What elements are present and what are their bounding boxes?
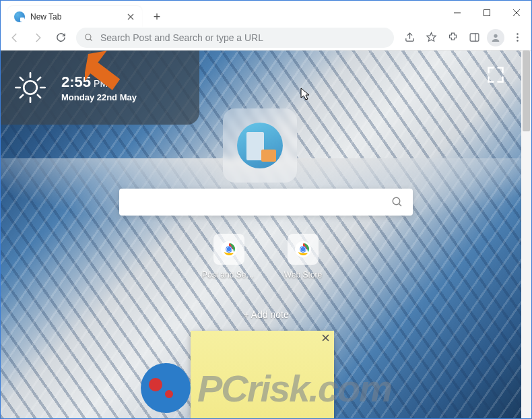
- address-bar[interactable]: Search Post and Search or type a URL: [76, 28, 394, 48]
- weather-text: 2:55PM Monday 22nd May: [61, 73, 137, 102]
- vertical-scrollbar[interactable]: [521, 51, 531, 418]
- page-search-input[interactable]: [129, 197, 391, 207]
- page-search-bar[interactable]: [119, 189, 413, 216]
- svg-point-3: [494, 34, 497, 37]
- page-content: 2:55PM Monday 22nd May: [1, 51, 531, 418]
- page-search-button[interactable]: [391, 196, 403, 208]
- svg-point-12: [227, 247, 232, 252]
- add-note-button[interactable]: + Add note: [243, 309, 288, 320]
- svg-point-7: [24, 81, 37, 94]
- fullscreen-button[interactable]: [486, 65, 508, 87]
- chrome-icon: [294, 240, 312, 258]
- toolbar-actions: [399, 28, 527, 48]
- sticky-note[interactable]: [191, 331, 334, 418]
- extensions-button[interactable]: [442, 28, 463, 48]
- shortcut-web-store[interactable]: Web Store: [276, 234, 330, 280]
- sticky-note-close-button[interactable]: [322, 334, 329, 342]
- extension-logo-tile: [223, 108, 297, 183]
- nav-back-button[interactable]: [5, 28, 25, 48]
- tab-close-button[interactable]: [126, 12, 135, 22]
- window-close-button[interactable]: [502, 2, 531, 24]
- svg-point-1: [86, 34, 91, 39]
- profile-button[interactable]: [486, 28, 506, 48]
- tab-new-tab[interactable]: New Tab: [7, 6, 142, 28]
- shortcuts-row: Post and Sear... Web Store: [202, 234, 330, 280]
- chrome-icon: [220, 240, 238, 258]
- svg-rect-0: [484, 10, 490, 16]
- svg-point-6: [517, 40, 519, 42]
- clock-date: Monday 22nd May: [61, 92, 137, 102]
- browser-window: New Tab + Search Post and Search or type…: [0, 0, 532, 419]
- tab-favicon-icon: [14, 11, 25, 22]
- svg-point-4: [517, 33, 519, 35]
- tab-strip: New Tab +: [7, 6, 166, 28]
- time-ampm: PM: [94, 78, 108, 89]
- window-minimize-button[interactable]: [442, 2, 472, 24]
- menu-button[interactable]: [507, 28, 527, 48]
- window-maximize-button[interactable]: [472, 2, 502, 24]
- share-button[interactable]: [399, 28, 420, 48]
- shortcut-label: Post and Sear...: [202, 270, 256, 280]
- bookmark-button[interactable]: [421, 28, 441, 48]
- extension-logo-icon: [237, 123, 283, 168]
- weather-time-widget[interactable]: 2:55PM Monday 22nd May: [1, 51, 199, 125]
- clock-time: 2:55PM: [61, 73, 137, 91]
- shortcut-tile: [288, 234, 319, 265]
- svg-point-16: [301, 247, 306, 252]
- scrollbar-thumb[interactable]: [523, 51, 530, 131]
- svg-point-5: [517, 36, 519, 38]
- sidepanel-button[interactable]: [464, 28, 484, 48]
- svg-point-8: [393, 197, 400, 205]
- search-icon: [84, 33, 94, 42]
- shortcut-tile: [213, 234, 244, 265]
- shortcut-post-and-search[interactable]: Post and Sear...: [202, 234, 256, 280]
- nav-forward-button[interactable]: [28, 28, 48, 48]
- svg-rect-2: [470, 34, 479, 41]
- address-placeholder: Search Post and Search or type a URL: [100, 32, 386, 43]
- time-value: 2:55: [61, 73, 91, 90]
- nav-reload-button[interactable]: [51, 28, 71, 48]
- sun-icon: [13, 70, 48, 105]
- browser-toolbar: Search Post and Search or type a URL: [1, 25, 531, 51]
- tab-title: New Tab: [30, 12, 121, 22]
- new-tab-button[interactable]: +: [147, 7, 166, 26]
- shortcut-label: Web Store: [276, 270, 330, 280]
